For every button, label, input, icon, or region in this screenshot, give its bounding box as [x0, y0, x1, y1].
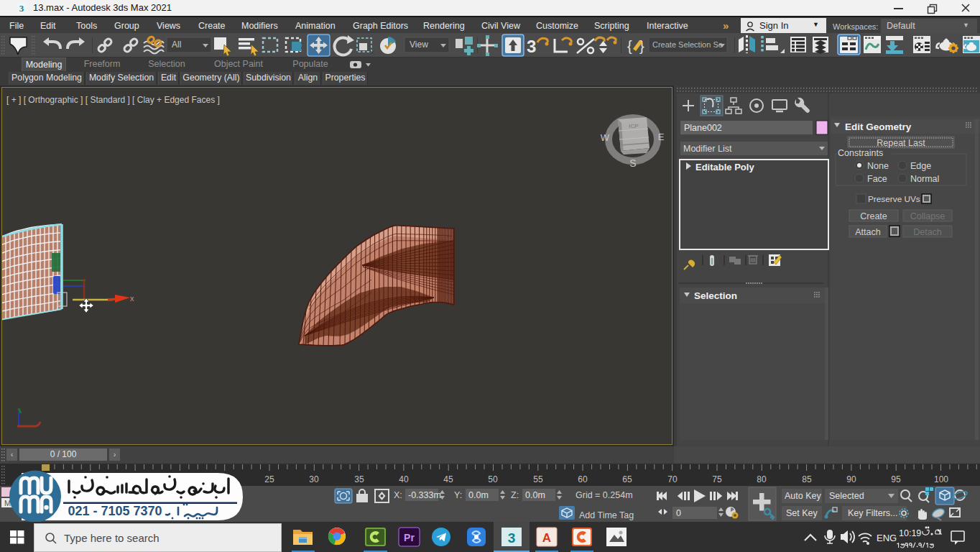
svg-text:3: 3 — [527, 37, 536, 56]
svg-text:Edit Geometry: Edit Geometry — [845, 121, 912, 132]
svg-text:Editable Poly: Editable Poly — [695, 162, 754, 172]
svg-text:Modifier List: Modifier List — [683, 144, 732, 154]
svg-text:Repeat Last: Repeat Last — [877, 138, 925, 148]
svg-text:90: 90 — [846, 474, 856, 484]
svg-text:Selection: Selection — [694, 290, 737, 301]
svg-text:E: E — [658, 132, 665, 142]
svg-text:-0.333m: -0.333m — [408, 490, 441, 500]
svg-text:Attach: Attach — [855, 227, 880, 237]
svg-text:Plane002: Plane002 — [684, 123, 722, 133]
svg-text:ENG: ENG — [877, 533, 897, 543]
svg-text:ICP: ICP — [629, 123, 638, 129]
svg-text:All: All — [172, 40, 181, 50]
svg-text:35: 35 — [354, 474, 364, 484]
svg-text:{: { — [627, 38, 632, 54]
svg-text:Face: Face — [867, 174, 887, 184]
svg-text:Edge: Edge — [910, 161, 931, 171]
svg-text:Auto Key: Auto Key — [785, 491, 821, 501]
svg-text:Pr: Pr — [404, 532, 415, 543]
svg-text:3: 3 — [19, 3, 24, 14]
svg-text:Constraints: Constraints — [838, 148, 883, 158]
svg-text:0.0m: 0.0m — [525, 490, 545, 500]
svg-text:Normal: Normal — [910, 174, 939, 184]
svg-text:None: None — [867, 161, 889, 171]
svg-text:Z:: Z: — [511, 490, 519, 500]
svg-text:30: 30 — [309, 474, 319, 484]
svg-text:50: 50 — [488, 474, 498, 484]
svg-text:55: 55 — [533, 474, 543, 484]
svg-text:Y:: Y: — [454, 490, 462, 500]
svg-text:75: 75 — [712, 474, 722, 484]
svg-text:3: 3 — [508, 530, 516, 546]
svg-text:Grid = 0.254m: Grid = 0.254m — [575, 490, 633, 500]
svg-text:100: 100 — [934, 474, 948, 484]
svg-text:85: 85 — [802, 474, 812, 484]
svg-text:W: W — [601, 132, 610, 143]
svg-text:45: 45 — [443, 474, 453, 484]
svg-text:0: 0 — [676, 508, 681, 518]
svg-text:Add Time Tag: Add Time Tag — [579, 510, 634, 520]
svg-text:40: 40 — [399, 474, 409, 484]
svg-text:S: S — [629, 157, 636, 169]
svg-text:Create Selection Se: Create Selection Se — [652, 40, 723, 49]
svg-text:0.0m: 0.0m — [468, 490, 489, 500]
svg-text:021 - 7105 7370: 021 - 7105 7370 — [68, 504, 162, 518]
svg-text:Set Key: Set Key — [786, 508, 818, 518]
svg-text:Detach: Detach — [913, 227, 942, 237]
svg-text:View: View — [410, 40, 428, 50]
svg-text:Collapse: Collapse — [910, 211, 946, 221]
svg-text:10:19: 10:19 — [899, 528, 921, 538]
svg-text:65: 65 — [622, 474, 632, 484]
svg-text:25: 25 — [264, 474, 274, 484]
svg-text:Key Filters...: Key Filters... — [848, 508, 897, 518]
svg-text:}: } — [639, 38, 644, 54]
svg-text:Preserve UVs: Preserve UVs — [868, 194, 920, 204]
svg-text:95: 95 — [891, 474, 901, 484]
svg-text:X:: X: — [394, 490, 402, 500]
svg-text:70: 70 — [667, 474, 678, 484]
svg-text:80: 80 — [757, 474, 767, 484]
svg-text:A: A — [542, 531, 551, 545]
svg-text:Selected: Selected — [829, 491, 864, 501]
svg-text:60: 60 — [578, 474, 588, 484]
svg-text:Create: Create — [860, 211, 887, 221]
svg-text:x: x — [130, 294, 134, 303]
